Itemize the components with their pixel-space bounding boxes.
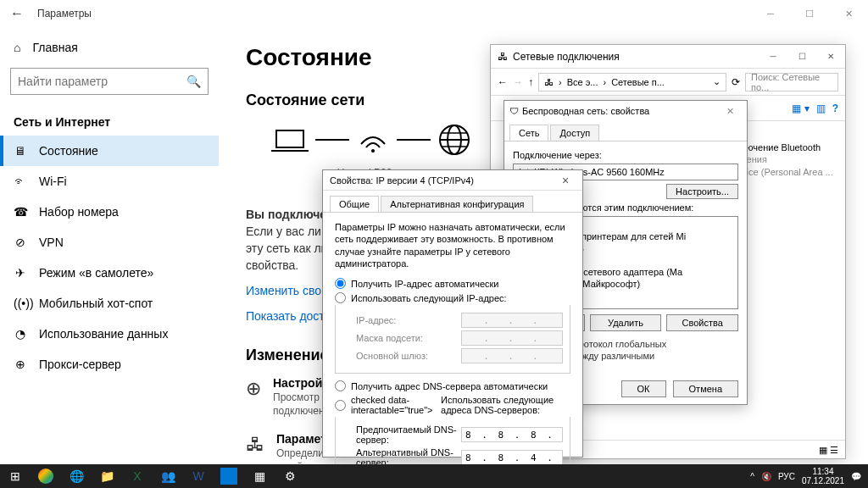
bluetooth-connection-item[interactable]: ключение Bluetooth рчения evice (Persona… — [737, 141, 838, 178]
search-icon: 🔍 — [186, 75, 201, 88]
wifi-icon: ᯤ — [14, 175, 27, 188]
svg-rect-0 — [276, 130, 303, 147]
nc-maximize[interactable]: ☐ — [787, 45, 816, 69]
wifi-signal-icon — [356, 125, 390, 154]
nav-proxy[interactable]: ⊕Прокси-сервер — [0, 349, 219, 380]
volume-icon[interactable]: 🔇 — [761, 472, 771, 481]
nc-navbar: ← → ↑ 🖧 ›Все э... ›Сетевые п... ⌄ ⟳ Поис… — [491, 69, 845, 96]
ipv4-titlebar: Свойства: IP версии 4 (TCP/IPv4) × — [323, 170, 582, 191]
tab-network[interactable]: Сеть — [509, 125, 548, 141]
configure-button[interactable]: Настроить... — [666, 184, 738, 199]
dns1-input[interactable] — [461, 427, 563, 442]
minimize-button[interactable]: ─ — [751, 0, 790, 27]
ok-button[interactable]: ОК — [621, 380, 666, 397]
radio-auto-ip[interactable]: Получить IP-адрес автоматически — [335, 278, 570, 289]
cancel-button[interactable]: Отмена — [673, 380, 738, 397]
wp-tabs: Сеть Доступ — [504, 121, 747, 141]
nav-hotspot[interactable]: ((•))Мобильный хот-спот — [0, 288, 219, 319]
remove-button[interactable]: Удалить — [590, 314, 662, 331]
nav-back-icon[interactable]: ← — [498, 76, 508, 88]
home-label: Главная — [32, 41, 77, 54]
nav-wifi[interactable]: ᯤWi-Fi — [0, 166, 219, 197]
laptop-icon — [271, 125, 309, 154]
teams-icon[interactable]: 👥 — [153, 464, 183, 488]
explorer-icon[interactable]: 📁 — [92, 464, 122, 488]
view-list-icon[interactable]: ☰ — [830, 445, 838, 455]
back-arrow-icon[interactable]: ← — [10, 6, 24, 21]
dns2-input[interactable] — [461, 450, 563, 465]
wp-titlebar: 🛡 Беспроводная сеть: свойства ✕ — [504, 101, 747, 121]
maximize-button[interactable]: ☐ — [790, 0, 829, 27]
search-input[interactable] — [18, 75, 186, 88]
view-icon[interactable]: ▦ ▾ — [792, 103, 809, 114]
nav-fwd-icon[interactable]: → — [513, 76, 523, 88]
lang-indicator[interactable]: РУС — [778, 472, 795, 481]
nc-minimize[interactable]: ─ — [759, 45, 787, 69]
nav-up-icon[interactable]: ↑ — [528, 76, 533, 88]
search-box[interactable]: 🔍 — [10, 68, 209, 95]
start-button[interactable]: ⊞ — [0, 464, 31, 488]
nc-close[interactable]: ✕ — [816, 45, 845, 69]
conn-via-label: Подключение через: — [513, 150, 738, 160]
proxy-icon: ⊕ — [14, 358, 27, 371]
globe-icon — [437, 123, 471, 157]
sidebar: ⌂ Главная 🔍 Сеть и Интернет 🖥Состояние ᯤ… — [0, 27, 219, 464]
taskbar: ⊞ 🌐 📁 X 👥 W ▦ ⚙ ^ 🔇 РУС 11:34 07.12.2021… — [0, 464, 868, 488]
refresh-icon[interactable]: ⟳ — [732, 76, 740, 88]
view-tiles-icon[interactable]: ▦ — [819, 445, 827, 455]
nav-airplane[interactable]: ✈Режим «в самолете» — [0, 258, 219, 288]
vpn-icon: ⊘ — [14, 236, 27, 249]
help-icon[interactable]: ? — [832, 103, 838, 114]
nav-status[interactable]: 🖥Состояние — [0, 136, 219, 166]
window-title: Параметры — [37, 8, 92, 19]
nav-vpn[interactable]: ⊘VPN — [0, 227, 219, 258]
radio-auto-dns[interactable]: Получить адрес DNS-сервера автоматически — [335, 380, 570, 391]
ip-address-input — [461, 313, 563, 328]
layout-icon[interactable]: ▥ — [816, 103, 826, 114]
status-icon: 🖥 — [14, 144, 27, 158]
section-header: Сеть и Интернет — [0, 108, 219, 136]
nav-dialup[interactable]: ☎Набор номера — [0, 197, 219, 227]
ipv4-info-text: Параметры IP можно назначать автоматичес… — [335, 221, 570, 269]
address-bar[interactable]: 🖧 ›Все э... ›Сетевые п... ⌄ — [538, 73, 726, 92]
props-button[interactable]: Свойства — [666, 314, 738, 331]
window-controls: ─ ☐ ✕ — [751, 0, 868, 27]
home-nav[interactable]: ⌂ Главная — [0, 34, 219, 61]
ipv4-close-button[interactable]: × — [555, 174, 576, 187]
dialup-icon: ☎ — [14, 205, 27, 219]
app-icon[interactable] — [220, 468, 237, 485]
nc-search[interactable]: Поиск: Сетевые по... — [745, 73, 838, 92]
nc-titlebar: 🖧 Сетевые подключения ─ ☐ ✕ — [491, 45, 845, 69]
ipv4-title: Свойства: IP версии 4 (TCP/IPv4) — [330, 175, 474, 186]
tab-general[interactable]: Общие — [330, 196, 379, 212]
line-icon — [315, 138, 349, 141]
clock[interactable]: 11:34 07.12.2021 — [802, 467, 844, 485]
nav-usage[interactable]: ◔Использование данных — [0, 319, 219, 349]
nc-title-icon: 🖧 — [498, 51, 508, 63]
wp-close-button[interactable]: ✕ — [718, 106, 742, 117]
radio-manual-dns[interactable]: checked data-interactable="true">Использ… — [335, 395, 570, 415]
radio-manual-ip[interactable]: Использовать следующий IP-адрес: — [335, 292, 570, 303]
tab-sharing[interactable]: Доступ — [550, 125, 599, 141]
tab-alt-config[interactable]: Альтернативная конфигурация — [381, 196, 533, 212]
excel-icon[interactable]: X — [122, 464, 153, 488]
close-button[interactable]: ✕ — [829, 0, 868, 27]
app2-icon[interactable]: ▦ — [244, 464, 275, 488]
chrome-icon[interactable] — [38, 469, 53, 484]
hotspot-icon: ((•)) — [14, 297, 27, 310]
word-icon[interactable]: W — [183, 464, 214, 488]
wp-icon: 🛡 — [509, 106, 519, 116]
svg-point-3 — [371, 149, 375, 152]
edge-icon[interactable]: 🌐 — [61, 464, 92, 488]
settings-taskbar-icon[interactable]: ⚙ — [275, 464, 305, 488]
tray-chevron-icon[interactable]: ^ — [750, 472, 754, 481]
titlebar: ← Параметры ─ ☐ ✕ — [0, 0, 868, 27]
subnet-mask-input — [461, 330, 563, 346]
ipv4-properties-dialog: Свойства: IP версии 4 (TCP/IPv4) × Общие… — [322, 169, 583, 458]
wp-title: Беспроводная сеть: свойства — [522, 106, 649, 116]
nc-title: Сетевые подключения — [513, 51, 620, 63]
notifications-icon[interactable]: 💬 — [851, 472, 861, 481]
airplane-icon: ✈ — [14, 266, 27, 280]
gateway-input — [461, 348, 563, 363]
globe-icon: ⊕ — [246, 378, 261, 400]
